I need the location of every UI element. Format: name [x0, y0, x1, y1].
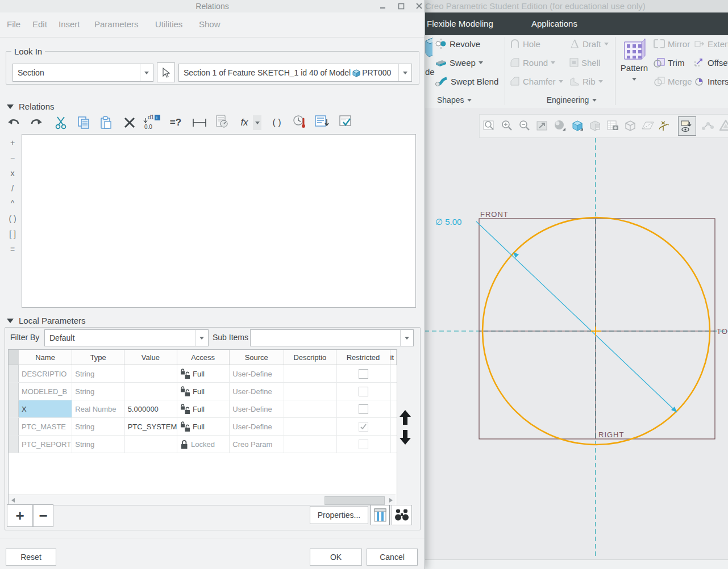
paste-icon[interactable]: [98, 115, 115, 131]
scroll-left-icon[interactable]: [9, 495, 18, 505]
perspective-icon[interactable]: [717, 116, 728, 135]
properties-button[interactable]: Properties...: [310, 506, 368, 524]
local-parameters-header[interactable]: Local Parameters: [7, 316, 86, 325]
parentheses-icon[interactable]: ( ): [268, 115, 285, 131]
zoom-region-icon[interactable]: [481, 116, 498, 135]
hole-button[interactable]: Hole: [510, 37, 540, 51]
axis-display-icon[interactable]: [657, 116, 674, 135]
sweep-button[interactable]: Sweep: [435, 56, 483, 69]
row-selector[interactable]: [9, 436, 19, 453]
op-parens[interactable]: ( ): [4, 211, 21, 227]
column-display-button[interactable]: [371, 505, 390, 525]
sweep-dropdown-arrow-icon[interactable]: [479, 61, 483, 64]
cut-icon[interactable]: [52, 115, 69, 131]
menu-edit[interactable]: Edit: [32, 12, 47, 36]
rib-dropdown-arrow-icon[interactable]: [598, 80, 603, 83]
shapes-group-label[interactable]: Shapes: [437, 94, 472, 106]
tab-applications[interactable]: Applications: [531, 12, 577, 35]
undo-icon[interactable]: [6, 115, 23, 131]
menu-show[interactable]: Show: [199, 12, 221, 36]
menu-insert[interactable]: Insert: [59, 12, 80, 36]
zoom-out-icon[interactable]: [516, 116, 533, 135]
redo-icon[interactable]: [27, 115, 44, 131]
col-description[interactable]: Descriptio: [284, 350, 336, 365]
scroll-thumb[interactable]: [325, 496, 385, 505]
table-row[interactable]: PTC_MASTE String PTC_SYSTEM Full User-De…: [9, 418, 397, 436]
filter-by-combobox[interactable]: Default: [44, 329, 209, 346]
verify-relations-icon[interactable]: =?: [167, 115, 184, 131]
relations-editor[interactable]: [22, 134, 416, 308]
function-dropdown-icon[interactable]: [253, 115, 261, 130]
zoom-in-icon[interactable]: [498, 116, 515, 135]
table-row[interactable]: PTC_REPORT String Locked Creo Param: [9, 436, 397, 453]
evaluate-icon[interactable]: [291, 114, 308, 129]
plane-display-icon[interactable]: [639, 116, 656, 135]
find-parameter-button[interactable]: [392, 505, 412, 525]
maximize-icon[interactable]: [398, 3, 405, 10]
round-button[interactable]: Round: [510, 56, 555, 69]
trim-button[interactable]: Trim: [654, 56, 684, 69]
draft-button[interactable]: Draft: [569, 37, 609, 51]
combo-dropdown-icon[interactable]: [140, 64, 153, 81]
swept-blend-button[interactable]: Swept Blend: [435, 74, 498, 88]
extend-button[interactable]: Extend: [694, 37, 728, 51]
delete-icon[interactable]: [121, 115, 138, 131]
table-row[interactable]: MODELED_B String Full User-Define: [9, 383, 397, 400]
engineering-group-label[interactable]: Engineering: [529, 94, 615, 106]
look-in-target-combobox[interactable]: Section 1 of Feature SKETCH_1 id 40 of M…: [178, 64, 412, 82]
collapse-icon[interactable]: [7, 319, 14, 323]
offset-button[interactable]: Offset: [694, 56, 728, 69]
pattern-dropdown-arrow-icon[interactable]: [632, 78, 637, 81]
op-equals[interactable]: =: [4, 242, 21, 257]
copy-icon[interactable]: [75, 115, 92, 131]
combo-dropdown-icon[interactable]: [398, 64, 411, 81]
revolve-button[interactable]: Revolve: [435, 37, 480, 51]
scroll-right-icon[interactable]: [386, 495, 396, 505]
col-restricted[interactable]: Restricted: [336, 350, 390, 365]
col-name[interactable]: Name: [19, 350, 72, 365]
op-divide[interactable]: /: [4, 181, 21, 196]
menu-utilities[interactable]: Utilities: [155, 12, 182, 36]
shading-style-icon[interactable]: [551, 116, 568, 135]
look-in-type-combobox[interactable]: Section: [13, 64, 153, 82]
collapse-icon[interactable]: [7, 104, 14, 109]
section-view-icon[interactable]: [586, 116, 604, 135]
row-selector[interactable]: [9, 400, 19, 417]
move-row-up-button[interactable]: [399, 409, 411, 426]
chamfer-button[interactable]: Chamfer: [510, 74, 563, 88]
shell-button[interactable]: Shell: [569, 56, 600, 69]
chamfer-dropdown-arrow-icon[interactable]: [559, 80, 563, 83]
extrude-label-clipped[interactable]: de: [425, 67, 435, 77]
col-value[interactable]: Value: [124, 350, 177, 365]
relations-section-header[interactable]: Relations: [7, 102, 55, 111]
minimize-icon[interactable]: [380, 3, 386, 10]
op-minus[interactable]: −: [4, 150, 21, 166]
pattern-button[interactable]: Pattern: [620, 36, 648, 93]
cancel-button[interactable]: Cancel: [367, 549, 418, 566]
restricted-checkbox[interactable]: [359, 387, 368, 396]
restricted-checkbox[interactable]: [359, 404, 368, 414]
diameter-dimension[interactable]: ∅ 5.00: [435, 217, 461, 227]
op-multiply[interactable]: x: [4, 166, 21, 181]
op-brackets[interactable]: [ ]: [4, 227, 21, 242]
restricted-checkbox[interactable]: [359, 440, 368, 449]
table-row[interactable]: DESCRIPTIO String Full User-Define: [9, 365, 397, 383]
restricted-checkbox[interactable]: [359, 369, 368, 379]
function-icon[interactable]: fx: [237, 115, 252, 131]
toggle-dimensions-icon[interactable]: d1 0.0 i: [143, 114, 162, 129]
unit-conversion-icon[interactable]: [214, 114, 231, 129]
verify-check-icon[interactable]: [338, 114, 355, 129]
measure-icon[interactable]: [191, 115, 208, 131]
view-manager-icon[interactable]: [622, 116, 639, 135]
merge-button[interactable]: Merge: [654, 74, 692, 88]
add-parameter-button[interactable]: +: [7, 504, 33, 527]
row-selector[interactable]: [9, 383, 19, 400]
move-row-down-button[interactable]: [399, 429, 411, 446]
op-plus[interactable]: +: [4, 135, 21, 150]
select-item-button[interactable]: [157, 62, 175, 82]
restricted-checkbox-checked[interactable]: [359, 422, 368, 432]
refit-icon[interactable]: [534, 116, 551, 135]
display-style-icon[interactable]: [569, 116, 586, 135]
spin-center-icon[interactable]: [699, 116, 716, 135]
reset-button[interactable]: Reset: [6, 549, 56, 566]
